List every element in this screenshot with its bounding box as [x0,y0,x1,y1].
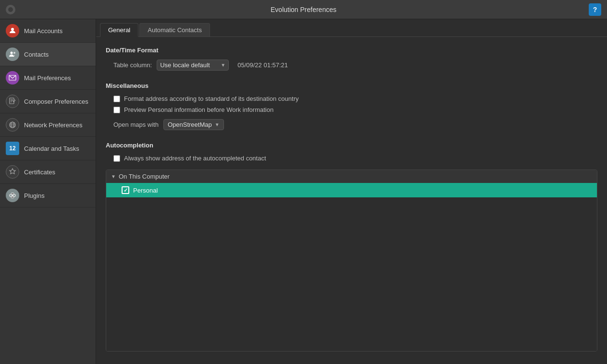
autocompletion-section: Autocompletion Always show address of th… [106,142,597,162]
title-bar: Evolution Preferences ? [0,0,607,19]
calendar-icon: 12 [6,142,19,155]
format-address-checkbox[interactable] [113,96,120,102]
maps-dropdown-value: OpenStreetMap [168,121,212,128]
always-show-address-row: Always show address of the autocompleted… [113,155,597,162]
tab-general[interactable]: General [100,23,138,37]
sidebar-item-network-preferences[interactable]: Network Preferences [0,113,96,137]
sidebar: Mail Accounts Contacts Mail Preferences … [0,19,96,364]
tree-item-personal[interactable]: Personal [106,183,597,197]
tree-item-personal-label: Personal [133,187,158,194]
tree-group-on-this-computer[interactable]: ▼ On This Computer [106,170,597,183]
sidebar-item-calendar-and-tasks[interactable]: 12 Calendar and Tasks [0,137,96,160]
date-format-dropdown-value: Use locale default [160,61,217,69]
plugins-icon [6,189,19,202]
tree-area: ▼ On This Computer Personal [106,170,597,352]
sidebar-item-mail-preferences[interactable]: Mail Preferences [0,66,96,90]
date-format-dropdown[interactable]: Use locale default ▼ [157,60,229,71]
personal-checkbox-icon [122,186,129,194]
sidebar-label-calendar-and-tasks: Calendar and Tasks [24,145,79,152]
sidebar-item-certificates[interactable]: Certificates [0,160,96,184]
sidebar-item-contacts[interactable]: Contacts [0,43,96,66]
autocompletion-section-title: Autocompletion [106,142,597,149]
sidebar-label-certificates: Certificates [24,169,55,176]
sidebar-item-plugins[interactable]: Plugins [0,184,96,207]
svg-rect-17 [11,196,14,198]
help-button[interactable]: ? [589,3,601,16]
tree-collapse-icon: ▼ [111,174,116,179]
close-button[interactable] [6,5,15,14]
open-maps-row: Open maps with OpenStreetMap ▼ [113,119,597,130]
tree-group-label: On This Computer [119,173,170,180]
sidebar-item-composer-preferences[interactable]: Composer Preferences [0,90,96,113]
maps-dropdown[interactable]: OpenStreetMap ▼ [163,119,224,130]
tab-automatic-contacts[interactable]: Automatic Contacts [139,23,210,36]
tab-bar: General Automatic Contacts [96,19,607,37]
date-time-format-section: Date/Time Format Table column: Use local… [106,47,597,71]
open-maps-label: Open maps with [113,121,159,128]
sidebar-label-composer-preferences: Composer Preferences [24,98,88,105]
svg-rect-13 [10,194,12,196]
composer-icon [6,95,19,108]
mail-prefs-icon [6,71,19,85]
svg-point-0 [11,28,14,31]
mail-accounts-icon [6,24,19,37]
svg-point-1 [11,52,13,54]
preview-personal-label: Preview Personal information before Work… [124,106,273,113]
network-icon [6,118,19,132]
contacts-icon [6,48,19,61]
sidebar-label-plugins: Plugins [24,192,45,199]
svg-rect-16 [11,193,14,194]
content-panel: Date/Time Format Table column: Use local… [96,37,607,364]
format-address-row: Format address according to standard of … [113,95,597,102]
preview-personal-checkbox[interactable] [113,107,120,113]
sidebar-label-network-preferences: Network Preferences [24,121,82,129]
sidebar-label-mail-accounts: Mail Accounts [24,27,62,35]
preview-personal-row: Preview Personal information before Work… [113,106,597,113]
always-show-address-label: Always show address of the autocompleted… [124,155,266,162]
sidebar-item-mail-accounts[interactable]: Mail Accounts [0,19,96,43]
certificates-icon [6,165,19,179]
svg-rect-14 [13,194,15,196]
svg-point-2 [13,52,15,54]
content-area: General Automatic Contacts Date/Time For… [96,19,607,364]
table-column-label: Table column: [113,61,152,69]
maps-dropdown-arrow: ▼ [215,122,220,127]
date-time-section-title: Date/Time Format [106,47,597,54]
always-show-address-checkbox[interactable] [113,155,120,162]
window-title: Evolution Preferences [271,6,336,13]
miscellaneous-section: Miscellaneous Format address according t… [106,82,597,130]
date-format-dropdown-arrow: ▼ [221,62,225,68]
miscellaneous-section-title: Miscellaneous [106,82,597,89]
sidebar-label-contacts: Contacts [24,51,49,58]
main-layout: Mail Accounts Contacts Mail Preferences … [0,19,607,364]
format-address-label: Format address according to standard of … [124,95,298,102]
table-column-row: Table column: Use locale default ▼ 05/09… [113,60,597,71]
tree-empty-area [106,197,597,351]
date-preview: 05/09/22 01:57:21 [237,61,288,69]
sidebar-label-mail-preferences: Mail Preferences [24,74,71,82]
